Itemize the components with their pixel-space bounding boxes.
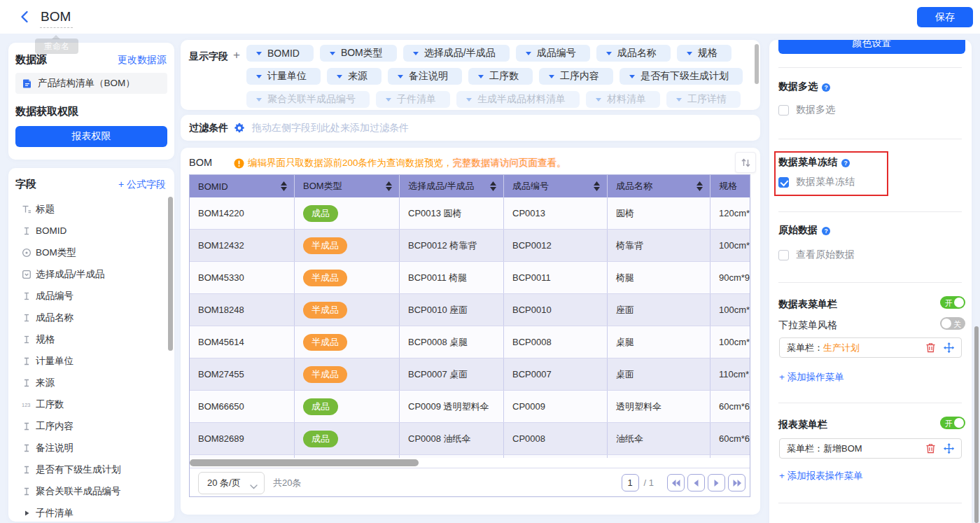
page-number-input[interactable] bbox=[622, 474, 639, 491]
grid-header-cell[interactable]: BOM类型 bbox=[295, 175, 400, 197]
field-list-item[interactable]: 是否有下级生成计划 bbox=[8, 459, 174, 480]
horizontal-scrollbar-thumb[interactable] bbox=[190, 459, 419, 466]
report-permission-button[interactable]: 报表权限 bbox=[15, 126, 167, 147]
display-field-chip[interactable]: 聚合关联半成品编号 bbox=[246, 91, 370, 108]
field-list-item[interactable]: BOMID bbox=[8, 220, 174, 242]
display-field-chip[interactable]: BOMID bbox=[246, 45, 314, 62]
question-icon[interactable]: ? bbox=[822, 226, 830, 235]
checkbox-checked[interactable] bbox=[778, 177, 789, 188]
dropdown-style-toggle[interactable]: 关 bbox=[940, 317, 965, 330]
table-menu-toggle[interactable]: 开 bbox=[940, 296, 965, 309]
delete-icon[interactable] bbox=[925, 443, 936, 454]
field-list-item[interactable]: 选择成品/半成品 bbox=[8, 263, 174, 285]
next-page-button[interactable] bbox=[708, 474, 725, 491]
grid-header-cell[interactable]: 成品名称 bbox=[608, 175, 710, 197]
display-field-chip[interactable]: 规格 bbox=[677, 45, 732, 62]
grid-header-cell[interactable]: 规格 bbox=[710, 175, 750, 197]
datasource-item[interactable]: 产品结构清单（BOM） bbox=[15, 73, 167, 94]
field-list-item[interactable]: BOM类型 bbox=[8, 242, 174, 263]
field-list-item[interactable]: 聚合关联半成品编号 bbox=[8, 480, 174, 502]
field-list-item[interactable]: 成品编号 bbox=[8, 285, 174, 307]
add-report-action-menu-link[interactable]: + 添加报表操作菜单 bbox=[779, 470, 863, 482]
field-label: 来源 bbox=[36, 377, 55, 389]
chevron-down-icon bbox=[337, 75, 342, 78]
table-row[interactable]: BOM66650 成品 CP0009 透明塑料伞 CP0009 透明塑料伞 60… bbox=[190, 391, 750, 423]
table-row[interactable]: BOM27455 半成品 BCP0007 桌面 BCP0007 桌面 110cm… bbox=[190, 358, 750, 391]
field-list-item[interactable]: 备注说明 bbox=[8, 437, 174, 459]
change-datasource-link[interactable]: 更改数据源 bbox=[118, 54, 167, 67]
field-list-item[interactable]: 标题 bbox=[8, 198, 174, 220]
display-field-chip[interactable]: 工序详情 bbox=[666, 91, 741, 108]
grid-header-cell[interactable]: 成品编号 bbox=[504, 175, 608, 197]
table-menu-item[interactable]: 菜单栏： 生产计划 bbox=[779, 337, 962, 358]
display-field-chip[interactable]: 成品编号 bbox=[516, 45, 590, 62]
field-list-item[interactable]: 规格 bbox=[8, 328, 174, 350]
fields-scrollbar[interactable] bbox=[168, 197, 173, 351]
display-field-chip[interactable]: 材料清单 bbox=[586, 91, 660, 108]
sort-icon[interactable] bbox=[490, 181, 496, 191]
save-button[interactable]: 保存 bbox=[917, 7, 973, 27]
grid-header-cell[interactable]: BOMID bbox=[190, 175, 295, 197]
field-list-item[interactable]: 工序内容 bbox=[8, 415, 174, 437]
raw-data-checkbox-row[interactable]: 查看原始数据 bbox=[778, 249, 855, 261]
display-field-chip[interactable]: 成品名称 bbox=[596, 45, 671, 62]
field-list-item[interactable]: 计量单位 bbox=[8, 350, 174, 372]
table-row[interactable]: BOM12432 半成品 BCP0012 椅靠背 BCP0012 椅靠背 100… bbox=[190, 230, 750, 262]
multi-select-checkbox-row[interactable]: 数据多选 bbox=[778, 104, 835, 116]
report-menu-toggle[interactable]: 开 bbox=[940, 417, 965, 429]
display-field-chip[interactable]: 子件清单 bbox=[376, 91, 450, 108]
menu-freeze-checkbox-row[interactable]: 数据菜单冻结 bbox=[778, 176, 855, 188]
table-row[interactable]: BOM14220 成品 CP0013 圆椅 CP0013 圆椅 120cm*12… bbox=[190, 197, 750, 230]
prev-page-button[interactable] bbox=[687, 474, 705, 491]
display-field-chip[interactable]: 工序内容 bbox=[539, 68, 613, 85]
color-settings-button[interactable]: 颜色设置 bbox=[778, 40, 965, 54]
question-icon[interactable]: ? bbox=[822, 83, 830, 91]
display-field-chip[interactable]: 生成半成品材料清单 bbox=[456, 91, 580, 108]
field-list-item[interactable]: 123 工序数 bbox=[8, 393, 174, 415]
table-row[interactable]: BOM45614 半成品 BCP0008 桌腿 BCP0008 桌腿 100cm… bbox=[190, 326, 750, 358]
display-field-chip[interactable]: 是否有下级生成计划 bbox=[620, 68, 743, 85]
chip-label: 计量单位 bbox=[267, 70, 307, 83]
report-menu-item[interactable]: 菜单栏： 新增BOM bbox=[779, 438, 962, 459]
grid-header-cell[interactable]: 选择成品/半成品 bbox=[400, 175, 504, 197]
move-icon[interactable] bbox=[944, 443, 954, 454]
sort-icon[interactable] bbox=[594, 181, 600, 191]
filter-dropzone-placeholder[interactable]: 拖动左侧字段到此处来添加过滤条件 bbox=[252, 122, 409, 134]
sort-icon[interactable] bbox=[281, 181, 287, 191]
checkbox-label: 数据菜单冻结 bbox=[796, 176, 855, 188]
move-icon[interactable] bbox=[944, 342, 954, 353]
checkbox-unchecked[interactable] bbox=[778, 250, 789, 260]
last-page-button[interactable] bbox=[728, 474, 746, 491]
display-field-chip[interactable]: 选择成品/半成品 bbox=[403, 45, 510, 62]
table-row[interactable]: BOM18248 半成品 BCP0010 座面 BCP0010 座面 100cm… bbox=[190, 294, 750, 326]
sort-icon[interactable] bbox=[696, 181, 703, 191]
display-fields-scrollbar[interactable] bbox=[755, 44, 759, 84]
gear-icon[interactable] bbox=[234, 123, 245, 134]
column-label: 选择成品/半成品 bbox=[408, 180, 475, 193]
display-field-chip[interactable]: 工序数 bbox=[468, 68, 533, 85]
page-size-select[interactable]: 20 条/页 bbox=[198, 472, 265, 494]
checkbox-unchecked[interactable] bbox=[778, 105, 789, 116]
table-row[interactable]: BOM45330 半成品 BCP0011 椅腿 BCP0011 椅腿 90cm*… bbox=[190, 262, 750, 294]
display-field-chip[interactable]: 备注说明 bbox=[388, 68, 462, 85]
sort-icon[interactable] bbox=[386, 181, 392, 191]
add-formula-field-link[interactable]: + 公式字段 bbox=[118, 179, 166, 191]
question-icon[interactable]: ? bbox=[841, 158, 850, 167]
field-list-item[interactable]: 成品名称 bbox=[8, 307, 174, 328]
display-field-chip[interactable]: 计量单位 bbox=[246, 68, 321, 85]
first-page-button[interactable] bbox=[667, 474, 685, 491]
window-scrollbar-thumb[interactable] bbox=[974, 326, 979, 523]
add-action-menu-link[interactable]: + 添加操作菜单 bbox=[779, 371, 844, 384]
field-list-item[interactable]: 来源 bbox=[8, 372, 174, 393]
sort-order-button[interactable] bbox=[735, 152, 756, 173]
display-field-chip[interactable]: 来源 bbox=[327, 68, 382, 85]
filter-title: 过滤条件 bbox=[189, 122, 228, 134]
field-list-item[interactable]: 子件清单 bbox=[8, 502, 174, 522]
back-icon[interactable] bbox=[18, 10, 32, 24]
page-title[interactable]: BOM bbox=[41, 9, 71, 25]
field-type-icon bbox=[22, 378, 31, 388]
add-display-field-icon[interactable]: + bbox=[233, 48, 240, 62]
table-row[interactable]: BOM82689 成品 CP0008 油纸伞 CP0008 油纸伞 60cm*6… bbox=[190, 423, 750, 455]
delete-icon[interactable] bbox=[925, 342, 936, 353]
display-field-chip[interactable]: BOM类型 bbox=[320, 45, 397, 62]
